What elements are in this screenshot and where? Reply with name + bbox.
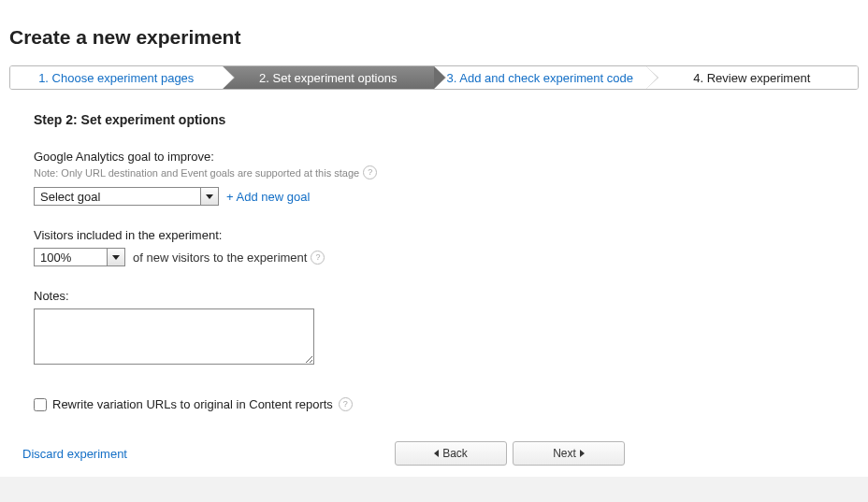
- goal-note: Note: Only URL destination and Event goa…: [34, 167, 359, 179]
- wizard-stepper: 1. Choose experiment pages 2. Set experi…: [9, 65, 859, 90]
- next-button[interactable]: Next: [513, 441, 625, 466]
- back-button-label: Back: [442, 447, 468, 460]
- help-icon[interactable]: ?: [311, 251, 325, 265]
- discard-link[interactable]: Discard experiment: [22, 447, 127, 461]
- page-title: Create a new experiment: [9, 26, 868, 49]
- step-1[interactable]: 1. Choose experiment pages: [10, 66, 223, 89]
- goal-select-value: Select goal: [40, 190, 100, 204]
- step-4-label: 4. Review experiment: [693, 71, 810, 85]
- rewrite-urls-label: Rewrite variation URLs to original in Co…: [52, 397, 333, 411]
- step-3-label: 3. Add and check experiment code: [447, 71, 633, 85]
- step-arrow: [434, 66, 445, 89]
- step-1-label: 1. Choose experiment pages: [38, 71, 194, 85]
- goal-select[interactable]: Select goal: [34, 187, 219, 206]
- notes-textarea[interactable]: [34, 308, 314, 365]
- footer-strip: [0, 477, 868, 502]
- section-heading: Step 2: Set experiment options: [34, 112, 859, 127]
- back-button[interactable]: Back: [395, 441, 507, 466]
- triangle-left-icon: [434, 450, 439, 457]
- help-icon[interactable]: ?: [363, 165, 377, 179]
- visitors-select[interactable]: 100%: [34, 248, 125, 266]
- step-2-label: 2. Set experiment options: [259, 71, 397, 85]
- step-arrow: [646, 66, 658, 89]
- help-icon[interactable]: ?: [339, 397, 353, 411]
- triangle-right-icon: [580, 450, 585, 457]
- chevron-down-icon: [107, 249, 124, 265]
- step-4[interactable]: 4. Review experiment: [646, 66, 859, 89]
- visitors-select-value: 100%: [40, 251, 71, 265]
- visitors-label: Visitors included in the experiment:: [34, 228, 859, 242]
- next-button-label: Next: [553, 447, 576, 460]
- chevron-down-icon: [200, 188, 218, 205]
- rewrite-urls-checkbox[interactable]: [34, 398, 47, 411]
- step-2[interactable]: 2. Set experiment options: [223, 66, 435, 89]
- notes-label: Notes:: [34, 289, 859, 303]
- goal-label: Google Analytics goal to improve:: [34, 150, 859, 164]
- visitors-description: of new visitors to the experiment: [133, 251, 307, 265]
- step-arrow: [223, 66, 234, 89]
- add-goal-link[interactable]: + Add new goal: [226, 190, 310, 204]
- step-3[interactable]: 3. Add and check experiment code: [434, 66, 646, 89]
